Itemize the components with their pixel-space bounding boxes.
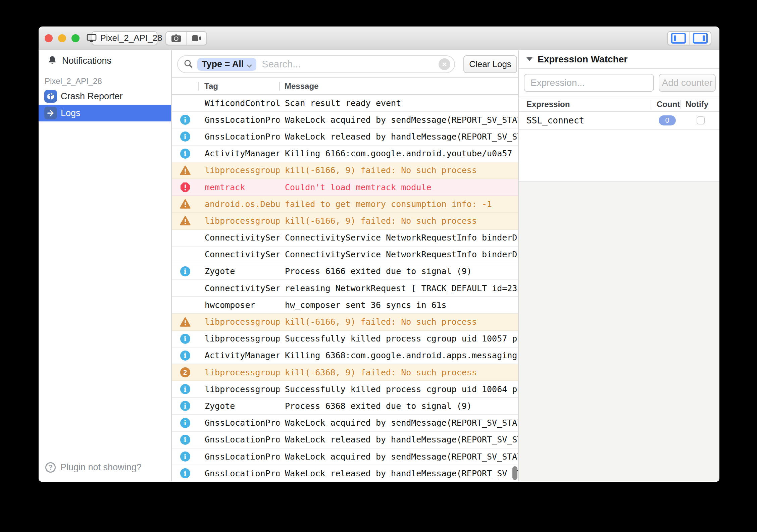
log-tag-cell: Zygote (198, 401, 280, 411)
log-tag-cell: android.os.Debug (198, 199, 280, 209)
log-row[interactable]: i libprocessgroup Successfully killed pr… (172, 381, 518, 398)
sidebar-item-label: Notifications (62, 56, 111, 66)
watcher-empty-area (519, 130, 719, 182)
log-message-cell: Killing 6368:com.google.android.apps.mes… (280, 351, 518, 360)
watcher-header[interactable]: Expression Watcher (519, 50, 719, 69)
log-row[interactable]: i GnssLocationProvider WakeLock released… (172, 432, 518, 448)
log-row[interactable]: WificondControl Scan result ready event (172, 95, 518, 112)
log-tag-cell: libprocessgroup (198, 165, 280, 175)
log-message-cell: Killing 6166:com.google.android.youtube/… (280, 149, 518, 158)
log-level-cell (172, 216, 198, 226)
log-row[interactable]: i Zygote Process 6166 exited due to sign… (172, 263, 518, 280)
clear-search-icon[interactable]: × (439, 58, 450, 70)
clear-logs-button[interactable]: Clear Logs (463, 55, 517, 73)
info-icon: i (180, 149, 190, 159)
help-icon: ? (45, 462, 56, 473)
watched-expression: SSL_connect (519, 115, 659, 125)
titlebar: Pixel_2_API_28 (39, 26, 719, 50)
log-row[interactable]: i ActivityManager Killing 6368:com.googl… (172, 348, 518, 364)
log-message-cell: kill(-6166, 9) failed: No such process (280, 317, 518, 327)
add-counter-button[interactable]: Add counter (659, 74, 716, 92)
minimize-button[interactable] (58, 34, 66, 42)
count-badge: 2 (180, 367, 190, 377)
info-icon: i (180, 384, 190, 394)
log-row[interactable]: libprocessgroup kill(-6166, 9) failed: N… (172, 314, 518, 330)
sidebar-item-notifications[interactable]: Notifications (39, 52, 171, 69)
log-row[interactable]: i Zygote Process 6368 exited due to sign… (172, 398, 518, 415)
log-tag-cell: libprocessgroup (198, 317, 280, 327)
log-tag-cell: Zygote (198, 266, 280, 276)
log-level-cell: i (172, 401, 198, 411)
warning-icon (180, 216, 191, 226)
watcher-rows-container: SSL_connect 0 (519, 112, 719, 130)
log-tag-cell: libprocessgroup (198, 384, 280, 394)
scrollbar-thumb[interactable] (512, 466, 517, 480)
log-level-cell: i (172, 451, 198, 462)
search-input[interactable] (262, 59, 439, 70)
screenshot-button[interactable] (166, 32, 186, 45)
sidebar-item-logs[interactable]: Logs (39, 105, 171, 121)
error-icon (180, 182, 190, 192)
log-message-cell: WakeLock released by handleMessage(REPOR… (280, 469, 518, 478)
log-table-header: Tag Message (172, 78, 518, 95)
close-button[interactable] (45, 34, 53, 42)
left-panel-icon (671, 33, 686, 44)
log-level-cell: i (172, 435, 198, 445)
search-bar[interactable]: Type = All × (177, 55, 455, 73)
log-tag-cell: GnssLocationProvider (198, 115, 280, 125)
sidebar-item-crash-reporter[interactable]: Crash Reporter (39, 88, 171, 105)
sidebar-item-label: Crash Reporter (61, 91, 123, 102)
log-level-cell: i (172, 351, 198, 361)
log-row[interactable]: hwcomposer hw_composer sent 36 syncs in … (172, 297, 518, 314)
log-row[interactable]: i GnssLocationProvider WakeLock acquired… (172, 112, 518, 128)
log-tag-cell: memtrack (198, 182, 280, 192)
toggle-left-panel-button[interactable] (668, 32, 689, 45)
log-row[interactable]: i GnssLocationProvider WakeLock acquired… (172, 448, 518, 465)
log-message-cell: ConnectivityService NetworkRequestInfo b… (280, 233, 518, 243)
log-row[interactable]: ConnectivityService ConnectivityService … (172, 247, 518, 263)
log-row[interactable]: i ActivityManager Killing 6166:com.googl… (172, 146, 518, 162)
app-window: Pixel_2_API_28 (39, 26, 719, 482)
log-message-cell: Process 6368 exited due to signal (9) (280, 401, 518, 411)
log-level-cell: i (172, 418, 198, 428)
plugin-help-link[interactable]: ? Plugin not showing? (45, 462, 142, 473)
warning-icon (180, 199, 191, 209)
log-tag-cell: GnssLocationProvider (198, 132, 280, 142)
watcher-row[interactable]: SSL_connect 0 (519, 112, 719, 130)
right-panel-icon (693, 33, 708, 44)
search-icon (184, 59, 193, 70)
log-message-cell: kill(-6368, 9) failed: No such process (280, 368, 518, 377)
log-row[interactable]: i GnssLocationProvider WakeLock released… (172, 128, 518, 145)
notify-checkbox[interactable] (697, 116, 705, 124)
log-message-cell: Successfully killed process cgroup uid 1… (280, 384, 518, 394)
log-tag-cell: GnssLocationProvider (198, 469, 280, 478)
logs-arrow-icon (44, 107, 57, 119)
log-message-cell: Scan result ready event (280, 98, 518, 108)
log-tag-cell: GnssLocationProvider (198, 435, 280, 444)
toggle-right-panel-button[interactable] (689, 32, 711, 45)
log-tag-cell: hwcomposer (198, 300, 280, 310)
message-column-header: Message (280, 82, 518, 91)
log-row[interactable]: ConnectivityService releasing NetworkReq… (172, 280, 518, 297)
log-row[interactable]: memtrack Couldn't load memtrack module (172, 179, 518, 196)
info-icon: i (180, 131, 190, 142)
log-row[interactable]: libprocessgroup kill(-6166, 9) failed: N… (172, 162, 518, 179)
zoom-button[interactable] (71, 34, 80, 42)
log-level-cell: i (172, 334, 198, 344)
expression-input[interactable] (524, 74, 654, 92)
log-tag-cell: WificondControl (198, 98, 280, 108)
log-row[interactable]: android.os.Debug failed to get memory co… (172, 196, 518, 213)
log-row[interactable]: i GnssLocationProvider WakeLock acquired… (172, 415, 518, 432)
log-message-cell: releasing NetworkRequest [ TRACK_DEFAULT… (280, 283, 518, 293)
video-camera-icon (192, 35, 201, 42)
monitor-icon (87, 34, 97, 43)
log-row[interactable]: i libprocessgroup Successfully killed pr… (172, 331, 518, 348)
device-tab-label: Pixel_2_API_28 (100, 33, 162, 43)
log-row[interactable]: ConnectivityService ConnectivityService … (172, 230, 518, 247)
log-row[interactable]: libprocessgroup kill(-6166, 9) failed: N… (172, 213, 518, 229)
device-tab[interactable]: Pixel_2_API_28 (92, 31, 157, 45)
log-row[interactable]: 2 libprocessgroup kill(-6368, 9) failed:… (172, 364, 518, 381)
log-row[interactable]: i GnssLocationProvider WakeLock released… (172, 465, 518, 481)
record-video-button[interactable] (186, 32, 206, 45)
type-filter-chip[interactable]: Type = All (197, 58, 256, 71)
